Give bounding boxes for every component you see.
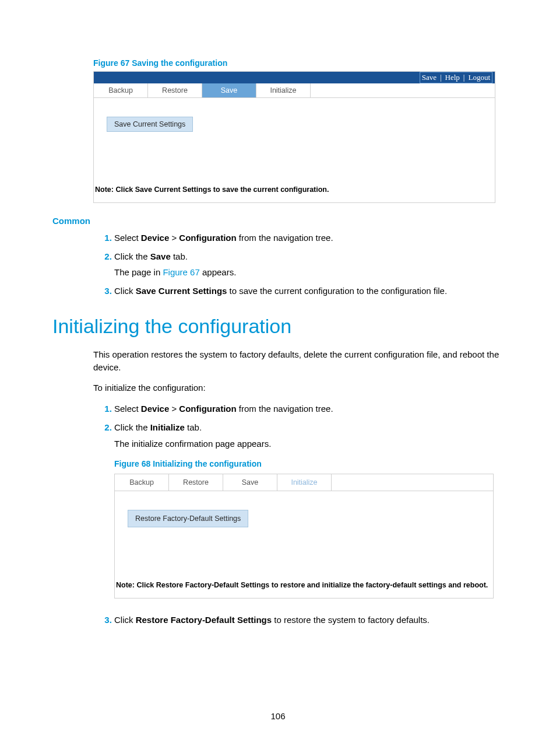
topbar-links: Save | Help | Logout: [420, 72, 492, 83]
topbar-logout-link[interactable]: Logout: [466, 73, 492, 82]
tab-restore[interactable]: Restore: [148, 83, 202, 97]
init-step-1: Select Device > Configuration from the n…: [114, 402, 504, 415]
topbar-sep: |: [438, 73, 444, 82]
topbar: Save | Help | Logout: [94, 72, 495, 83]
tab-restore-68[interactable]: Restore: [169, 474, 223, 491]
tab-row-68: Backup Restore Save Initialize: [115, 474, 493, 491]
figure-68-caption: Figure 68 Initializing the configuration: [114, 458, 504, 470]
tab-row: Backup Restore Save Initialize: [94, 83, 495, 98]
paragraph-1: This operation restores the system to fa…: [93, 348, 504, 374]
topbar-help-link[interactable]: Help: [444, 73, 462, 82]
save-current-settings-button[interactable]: Save Current Settings: [107, 117, 193, 132]
tab-save[interactable]: Save: [202, 83, 256, 97]
step-1: Select Device > Configuration from the n…: [114, 232, 504, 244]
paragraph-2: To initialize the configuration:: [93, 382, 504, 394]
page-title: Initializing the configuration: [52, 315, 504, 338]
tab-backup-68[interactable]: Backup: [115, 474, 169, 491]
topbar-sep: |: [462, 73, 467, 82]
figure-67-note: Note: Click Save Current Settings to sav…: [95, 186, 329, 194]
step-3: Click Save Current Settings to save the …: [114, 285, 504, 298]
init-step-3: Click Restore Factory-Default Settings t…: [114, 614, 504, 626]
step-2: Click the Save tab. The page in Figure 6…: [114, 250, 504, 279]
tab-initialize-68[interactable]: Initialize: [277, 474, 332, 491]
common-heading: Common: [52, 216, 504, 226]
topbar-save-link[interactable]: Save: [420, 73, 438, 82]
figure-67-link[interactable]: Figure 67: [163, 267, 199, 277]
common-steps: Select Device > Configuration from the n…: [93, 232, 504, 298]
figure-68-screenshot: Backup Restore Save Initialize Restore F…: [114, 474, 494, 598]
tab-backup[interactable]: Backup: [94, 83, 148, 97]
tab-save-68[interactable]: Save: [223, 474, 277, 491]
figure-67-caption: Figure 67 Saving the configuration: [93, 58, 504, 68]
init-steps: Select Device > Configuration from the n…: [93, 402, 504, 626]
figure-68-note: Note: Click Restore Factory-Default Sett…: [116, 581, 488, 589]
restore-factory-default-button[interactable]: Restore Factory-Default Settings: [128, 510, 248, 527]
figure-67-screenshot: Save | Help | Logout Backup Restore Save…: [93, 71, 495, 203]
init-step-2: Click the Initialize tab. The initialize…: [114, 421, 504, 608]
tab-initialize[interactable]: Initialize: [256, 83, 311, 97]
page-number: 106: [0, 711, 556, 721]
